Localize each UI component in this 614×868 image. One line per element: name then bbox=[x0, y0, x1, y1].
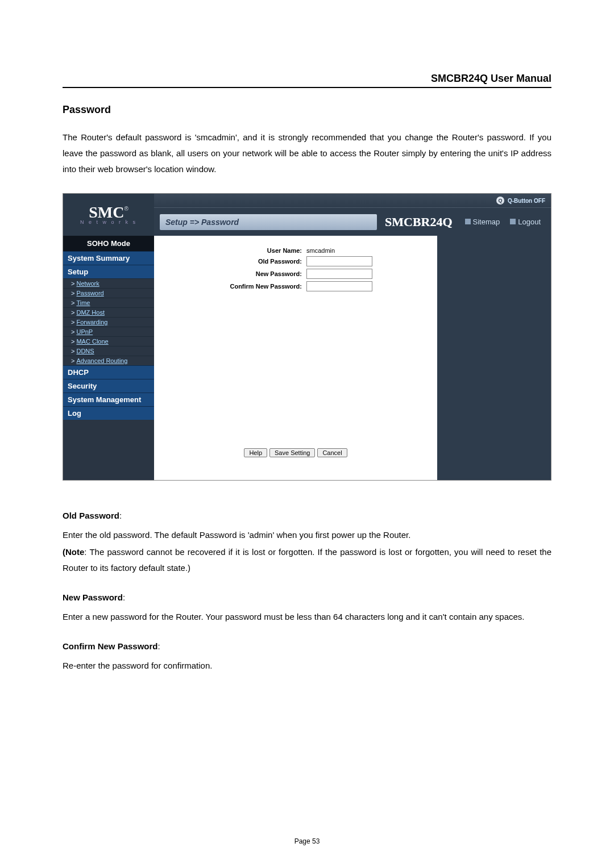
nav-setup-dmzhost[interactable]: >DMZ Host bbox=[63, 307, 154, 317]
intro-paragraph: The Router's default password is 'smcadm… bbox=[63, 130, 551, 177]
confirm-password-input[interactable] bbox=[306, 281, 372, 291]
nav-setup[interactable]: Setup bbox=[63, 265, 154, 278]
username-label: User Name: bbox=[160, 247, 306, 254]
router-ui-screenshot: SMC® N e t w o r k s Q Q-Button OFF Setu… bbox=[63, 193, 551, 481]
confirm-password-text: Re-enter the password for confirmation. bbox=[63, 658, 551, 674]
page-number: Page 53 bbox=[0, 837, 614, 845]
old-password-text: Enter the old password. The default Pass… bbox=[63, 527, 551, 543]
nav-setup-upnp[interactable]: >UPnP bbox=[63, 327, 154, 336]
manual-header: SMCBR24Q User Manual bbox=[63, 0, 551, 88]
cancel-button[interactable]: Cancel bbox=[317, 448, 347, 457]
confirm-password-label: Confirm New Password: bbox=[160, 283, 306, 290]
section-title: Password bbox=[63, 104, 551, 116]
old-password-input[interactable] bbox=[306, 256, 372, 266]
sidebar-nav: SOHO Mode System Summary Setup >Network … bbox=[63, 236, 154, 480]
note-text: : The password cannot be recovered if it… bbox=[63, 547, 551, 573]
new-password-heading: New Password bbox=[63, 592, 123, 602]
breadcrumb: Setup => Password bbox=[160, 214, 377, 230]
right-side-panel bbox=[437, 236, 551, 480]
nav-setup-forwarding[interactable]: >Forwarding bbox=[63, 317, 154, 327]
sitemap-link[interactable]: Sitemap bbox=[465, 218, 500, 226]
model-label: SMCBR24Q bbox=[377, 215, 460, 229]
logo-reg: ® bbox=[124, 206, 128, 212]
new-password-text: Enter a new password for the Router. You… bbox=[63, 609, 551, 625]
logo-block: SMC® N e t w o r k s bbox=[63, 194, 154, 236]
nav-setup-password[interactable]: >Password bbox=[63, 288, 154, 298]
qbutton-label[interactable]: Q-Button OFF bbox=[508, 198, 545, 204]
logo-text: SMC bbox=[89, 203, 124, 221]
nav-system-management[interactable]: System Management bbox=[63, 393, 154, 406]
nav-log[interactable]: Log bbox=[63, 406, 154, 420]
nav-setup-macclone[interactable]: >MAC Clone bbox=[63, 336, 154, 346]
note-label: (Note bbox=[63, 547, 84, 557]
content-pane: User Name: smcadmin Old Password: New Pa… bbox=[154, 236, 437, 480]
nav-security[interactable]: Security bbox=[63, 379, 154, 393]
logout-link[interactable]: Logout bbox=[510, 218, 541, 226]
nav-setup-network[interactable]: >Network bbox=[63, 278, 154, 288]
old-password-label: Old Password: bbox=[160, 258, 306, 265]
nav-setup-time[interactable]: >Time bbox=[63, 298, 154, 307]
new-password-input[interactable] bbox=[306, 269, 372, 279]
confirm-password-heading: Confirm New Password bbox=[63, 641, 158, 651]
nav-setup-ddns[interactable]: >DDNS bbox=[63, 346, 154, 356]
nav-dhcp[interactable]: DHCP bbox=[63, 365, 154, 379]
save-setting-button[interactable]: Save Setting bbox=[269, 448, 315, 457]
qbutton-icon[interactable]: Q bbox=[496, 197, 504, 205]
old-password-heading: Old Password bbox=[63, 511, 119, 520]
nav-setup-advrouting[interactable]: >Advanced Routing bbox=[63, 356, 154, 365]
username-value: smcadmin bbox=[306, 247, 335, 254]
nav-system-summary[interactable]: System Summary bbox=[63, 251, 154, 265]
help-button[interactable]: Help bbox=[244, 448, 267, 457]
nav-mode: SOHO Mode bbox=[63, 236, 154, 251]
new-password-label: New Password: bbox=[160, 270, 306, 277]
